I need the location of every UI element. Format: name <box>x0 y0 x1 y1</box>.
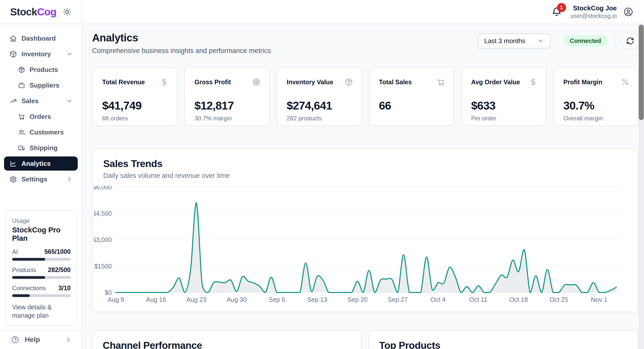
app-root: StockCog DashboardInventoryProductsSuppl… <box>0 0 644 349</box>
sidebar-item-analytics[interactable]: Analytics <box>4 156 78 171</box>
brand-logo: StockCog <box>10 6 56 18</box>
y-axis-label: $1500 <box>94 263 112 270</box>
sidebar-item-dashboard[interactable]: Dashboard <box>4 31 78 45</box>
meter-value: 565/1000 <box>44 248 71 255</box>
sidebar-item-label: Sales <box>21 97 66 105</box>
sidebar-item-label: Analytics <box>21 160 73 168</box>
metric-card-avg-order-value: Avg Order Value$633Per order <box>461 67 546 126</box>
help-circle-icon <box>11 336 19 344</box>
logo-row: StockCog <box>0 0 82 24</box>
meter-label: Connections <box>12 285 46 292</box>
meter-label: AI <box>12 248 18 255</box>
x-axis-label: Sep 27 <box>388 296 408 303</box>
metric-card-inventory-value: Inventory Value$274,641282 products <box>277 67 362 126</box>
metric-caption: Overall margin <box>564 115 630 122</box>
x-axis-label: Sep 6 <box>269 296 285 303</box>
meter-value: 282/500 <box>48 266 71 274</box>
sidebar-item-label: Suppliers <box>30 82 73 89</box>
date-range-select[interactable]: Last 3 months <box>478 33 551 48</box>
avatar[interactable] <box>622 5 635 18</box>
refresh-button[interactable] <box>622 33 638 48</box>
scrollbar-thumb[interactable] <box>639 25 644 120</box>
usage-meter-ai: AI565/1000 <box>12 248 71 261</box>
sidebar-item-shipping[interactable]: Shipping <box>4 141 78 155</box>
x-axis-label: Nov 1 <box>591 296 607 303</box>
area-chart-svg: $0$1500$3,000$4,500$6,000Aug 9Aug 16Aug … <box>94 186 637 305</box>
metric-card-gross-profit: Gross Profit$12,81730.7% margin <box>184 67 270 126</box>
meter-value: 3/10 <box>58 284 71 292</box>
channel-performance-card: Channel Performance <box>92 330 362 349</box>
sidebar-item-customers[interactable]: Customers <box>4 125 78 139</box>
home-icon <box>10 35 17 42</box>
sidebar-item-settings[interactable]: Settings <box>4 172 78 186</box>
metric-value: 30.7% <box>564 99 630 112</box>
chevron-right-icon <box>66 176 73 182</box>
chevron-down-icon <box>66 98 73 104</box>
usage-meter-connections: Connections3/10 <box>12 284 71 297</box>
x-axis-label: Aug 30 <box>227 296 247 303</box>
x-axis-label: Aug 23 <box>186 296 206 303</box>
metric-value: $41,749 <box>102 99 168 112</box>
sidebar-item-label: Dashboard <box>21 35 73 42</box>
metric-value: $633 <box>471 99 537 112</box>
metric-card-profit-margin: Profit Margin30.7%Overall margin <box>553 67 639 126</box>
sidebar-item-products[interactable]: Products <box>4 63 78 77</box>
metric-title: Avg Order Value <box>471 78 520 86</box>
users-icon <box>18 129 25 136</box>
sidebar-item-orders[interactable]: Orders <box>4 110 78 124</box>
box-icon <box>10 50 17 58</box>
sidebar-item-inventory[interactable]: Inventory <box>4 47 78 61</box>
sidebar-item-sales[interactable]: Sales <box>4 94 78 108</box>
metric-caption: 66 orders <box>102 115 168 122</box>
meter-bar-fill <box>12 294 30 297</box>
sidebar-item-suppliers[interactable]: Suppliers <box>4 78 78 92</box>
page-title: Analytics <box>92 32 271 44</box>
metric-caption: Per order <box>471 115 537 122</box>
help-label: Help <box>25 336 65 344</box>
y-axis-label: $4,500 <box>94 210 112 217</box>
bottom-cards: Channel Performance Top Products <box>92 330 638 349</box>
y-axis-label: $6,000 <box>94 186 112 191</box>
chevron-down-icon <box>66 51 73 57</box>
sidebar-item-label: Shipping <box>30 144 73 152</box>
metric-title: Profit Margin <box>564 78 602 86</box>
sales-trends-title: Sales Trends <box>103 158 638 169</box>
meter-bar-track <box>12 276 71 279</box>
brand-secondary: Cog <box>37 6 57 18</box>
notifications-button[interactable]: 1 <box>551 7 562 17</box>
page-header-text: Analytics Comprehensive business insight… <box>92 32 271 55</box>
metric-card-total-sales: Total Sales66 <box>369 67 454 126</box>
meter-bar-fill <box>12 258 45 261</box>
x-axis-label: Oct 11 <box>469 296 488 303</box>
usage-meters: AI565/1000Products282/500Connections3/10 <box>12 248 71 297</box>
date-range-value: Last 3 months <box>484 37 525 45</box>
sun-icon <box>63 8 71 16</box>
metric-caption: 282 products <box>287 115 353 122</box>
sidebar: StockCog DashboardInventoryProductsSuppl… <box>0 0 82 349</box>
chart-line-icon <box>10 160 17 167</box>
x-axis-label: Sep 20 <box>347 296 367 303</box>
usage-manage-link[interactable]: View details & manage plan <box>12 303 71 319</box>
x-axis-label: Sep 13 <box>307 296 327 303</box>
theme-toggle-button[interactable] <box>63 8 71 16</box>
dollar-sign-icon <box>160 78 168 86</box>
gear-icon <box>10 176 17 183</box>
sidebar-item-help[interactable]: Help <box>0 330 82 349</box>
chevron-down-icon <box>537 37 544 44</box>
sidebar-item-label: Customers <box>30 128 73 136</box>
notification-badge: 1 <box>557 3 566 12</box>
metric-title: Gross Profit <box>195 78 231 86</box>
usage-panel: Usage StockCog Pro Plan AI565/1000Produc… <box>6 210 77 326</box>
x-axis-label: Oct 25 <box>550 296 568 303</box>
metric-title: Total Revenue <box>102 78 145 86</box>
usage-meter-products: Products282/500 <box>12 266 71 279</box>
sidebar-item-label: Products <box>30 66 73 74</box>
sidebar-item-label: Settings <box>21 175 66 183</box>
sidebar-item-label: Inventory <box>21 50 66 58</box>
scrollbar-track[interactable] <box>638 24 644 349</box>
metric-value: 66 <box>379 99 445 112</box>
metric-card-total-revenue: Total Revenue$41,74966 orders <box>92 67 177 126</box>
meter-bar-fill <box>12 276 45 279</box>
truck-icon <box>18 145 25 151</box>
cart-icon <box>437 78 445 86</box>
